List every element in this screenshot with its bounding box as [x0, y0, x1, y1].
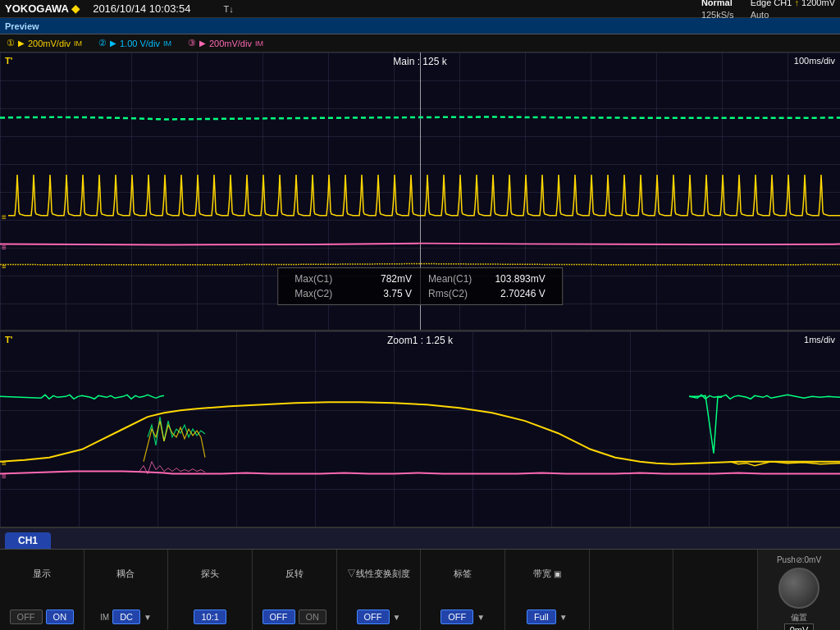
knob-area: Push⊘:0mV 偏置 0mV: [758, 550, 840, 630]
trigger-type-col: Edge CH1 ↑ 1200mV Auto: [751, 0, 835, 21]
ch1-arrow: ▶: [18, 39, 25, 48]
trigger-auto: Auto: [751, 9, 769, 21]
trigger-info: Normal 125kS/s Edge CH1 ↑ 1200mV Auto: [701, 0, 835, 21]
ch3-arrow: ▶: [199, 39, 206, 48]
trigger-type-text: Edge CH1 ↑ 1200mV: [751, 0, 835, 9]
linear-buttons: OFF ▼: [357, 609, 401, 624]
ch1-scale: 200mV/div: [28, 39, 71, 48]
knob-value: 0mV: [784, 623, 815, 630]
main-scope-container: T' Main : 125 k 100ms/div Max(C1) 782mV …: [0, 52, 840, 330]
trigger-rate: 125kS/s: [701, 9, 734, 21]
max-c1-value: 782mV: [362, 273, 412, 285]
probe-label: 探头: [201, 568, 219, 580]
zoom-ch1-marker: ≡: [2, 459, 7, 468]
label-ctrl-label: 标签: [454, 568, 472, 580]
bandwidth-control: 带宽 ▣ Full ▼: [505, 550, 590, 630]
ch1-suffix: IM: [74, 39, 82, 48]
probe-buttons: 10:1: [194, 609, 226, 624]
ch2-label: ②: [98, 38, 107, 48]
ch2-suffix: IM: [163, 39, 171, 48]
knob-push-label: Push⊘:0mV: [777, 555, 821, 564]
ch3-label: ③: [188, 38, 196, 48]
ch3-suffix: IM: [255, 39, 263, 48]
channel-bar: ① ▶ 200mV/div IM ② ▶ 1.00 V/div IM ③ ▶ 2…: [0, 34, 840, 52]
invert-on-btn[interactable]: ON: [299, 609, 327, 624]
trigger-mode-col: Normal 125kS/s: [701, 0, 734, 21]
label-off-btn[interactable]: OFF: [441, 609, 473, 624]
display-label: 显示: [33, 568, 51, 580]
display-off-btn[interactable]: OFF: [10, 609, 43, 624]
coupling-buttons: IM DC ▼: [100, 609, 152, 624]
ch-tab-row: CH1: [0, 528, 840, 550]
linear-off-btn[interactable]: OFF: [357, 609, 390, 624]
invert-off-btn[interactable]: OFF: [262, 609, 295, 624]
trigger-t-marker: T↓: [223, 4, 233, 14]
max-c1-label: Max(C1): [294, 273, 345, 285]
knob-label: 偏置: [791, 612, 807, 623]
main-scope: T' Main : 125 k 100ms/div Max(C1) 782mV …: [0, 52, 840, 331]
label-control: 标签 OFF ▼: [421, 550, 505, 630]
coupling-icon: IM: [100, 613, 109, 622]
display-buttons: OFF ON: [10, 609, 75, 624]
trigger-mode: Normal: [701, 0, 733, 9]
coupling-dc-btn[interactable]: DC: [112, 609, 140, 624]
invert-buttons: OFF ON: [262, 609, 327, 624]
label-arrow: ▼: [477, 613, 485, 622]
bandwidth-buttons: Full ▼: [527, 609, 568, 624]
controls-grid: 显示 OFF ON 耦合 IM DC ▼ 探头 10:1 反转: [0, 550, 840, 630]
ch1b-marker: ≡: [2, 262, 6, 271]
bandwidth-full-btn[interactable]: Full: [527, 609, 556, 624]
rms-c2-value: 2.70246 V: [495, 288, 545, 299]
datetime: 2016/10/14 10:03:54: [93, 2, 190, 15]
ch3-info: ③ ▶ 200mV/div IM: [188, 38, 263, 48]
invert-control: 反转 OFF ON: [253, 550, 337, 630]
logo-text: YOKOGAWA: [5, 2, 69, 15]
label-buttons: OFF ▼: [441, 609, 485, 624]
mean-c1-label: Mean(C1): [428, 273, 478, 285]
zoom-scope: T' Zoom1 : 1.25 k 1ms/div: [0, 331, 840, 528]
coupling-label: 耦合: [116, 568, 135, 580]
coupling-control: 耦合 IM DC ▼: [84, 550, 169, 630]
invert-label: 反转: [285, 568, 304, 580]
zoom-waveforms: [0, 331, 840, 527]
linear-arrow-prefix: ▽: [347, 568, 356, 578]
empty-col-2: [673, 550, 758, 630]
linear-arrow: ▼: [393, 613, 401, 622]
display-on-btn[interactable]: ON: [46, 609, 75, 624]
ch1-tab[interactable]: CH1: [5, 532, 51, 549]
ch2-arrow: ▶: [110, 39, 116, 48]
probe-value-btn[interactable]: 10:1: [194, 609, 226, 624]
ch2-info: ② ▶ 1.00 V/div IM: [98, 38, 171, 48]
ch1-label: ①: [7, 38, 15, 48]
rms-c2-label: Rms(C2): [428, 288, 478, 299]
ch2-scale: 1.00 V/div: [120, 39, 160, 48]
bottom-panel: CH1 显示 OFF ON 耦合 IM DC ▼ 探头 10:1: [0, 528, 840, 630]
zoom-scope-container: T' Zoom1 : 1.25 k 1ms/div: [0, 331, 840, 527]
bandwidth-label: 带宽 ▣: [533, 568, 561, 580]
preview-label: Preview: [5, 21, 39, 31]
zoom-ch3-marker: ≡: [2, 472, 7, 481]
ch3-marker: ≡: [2, 243, 7, 252]
max-c2-value: 3.75 V: [362, 288, 412, 299]
probe-control: 探头 10:1: [168, 550, 253, 630]
logo-diamond: ◆: [71, 2, 80, 15]
ch1-info: ① ▶ 200mV/div IM: [7, 38, 82, 48]
coupling-arrow: ▼: [144, 613, 152, 622]
linear-control: ▽线性变换刻度 OFF ▼: [337, 550, 422, 630]
bandwidth-arrow: ▼: [559, 613, 568, 622]
display-control: 显示 OFF ON: [0, 550, 84, 630]
offset-knob[interactable]: [778, 568, 819, 609]
empty-col-1: [590, 550, 674, 630]
logo: YOKOGAWA ◆: [5, 2, 80, 15]
linear-label: ▽线性变换刻度: [347, 568, 410, 580]
preview-bar: Preview: [0, 18, 840, 34]
ch1-marker: ≡: [2, 212, 7, 221]
mean-c1-value: 103.893mV: [495, 273, 545, 285]
max-c2-label: Max(C2): [294, 288, 345, 299]
ch3-scale: 200mV/div: [209, 39, 252, 48]
top-bar: YOKOGAWA ◆ 2016/10/14 10:03:54 T↓ Normal…: [0, 0, 840, 18]
measurements-overlay: Max(C1) 782mV Mean(C1) 103.893mV Max(C2)…: [277, 267, 563, 305]
